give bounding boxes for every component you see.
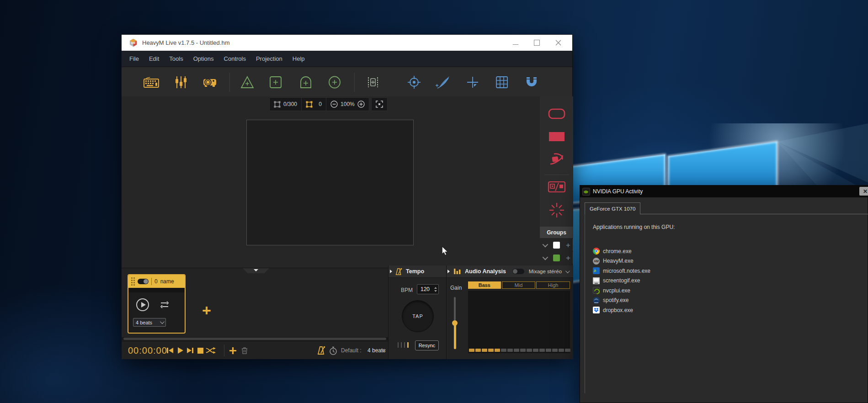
shuffle-button[interactable] [206, 345, 216, 355]
gain-slider-knob[interactable] [452, 320, 458, 326]
collapse-arrow-icon [254, 269, 258, 271]
metronome-icon [395, 268, 402, 276]
chevron-down-icon[interactable] [565, 269, 570, 273]
sequence-loop-button[interactable] [160, 301, 170, 309]
sequence-play-button[interactable] [136, 298, 149, 312]
precision-cursor-icon[interactable] [464, 74, 481, 91]
bpm-spinner[interactable]: 120 [417, 284, 439, 294]
delete-timeline-button[interactable] [240, 345, 250, 355]
app-name: HeavyM.exe [603, 258, 634, 264]
add-player-icon[interactable] [364, 74, 382, 91]
frequency-band-tabs: Bass Mid High [468, 281, 570, 289]
stop-button[interactable] [195, 345, 205, 355]
projector-output-icon[interactable] [201, 74, 218, 91]
surface-count: 0/300 [283, 101, 297, 107]
menu-controls[interactable]: Controls [219, 51, 251, 67]
plus-icon: + [566, 241, 570, 249]
menu-edit[interactable]: Edit [144, 51, 164, 67]
close-button[interactable] [555, 40, 561, 46]
mix-mode-select[interactable]: Mixage stéréo [529, 269, 562, 274]
test-pattern-icon[interactable] [405, 74, 423, 91]
sequence-card-header[interactable]: 0 name [128, 275, 185, 288]
group-expand-button[interactable] [540, 239, 549, 251]
nvidia-window-title: NVIDIA GPU Activity [593, 188, 643, 195]
bpm-value[interactable]: 120 [417, 285, 433, 294]
flash-effect-icon[interactable] [546, 203, 568, 217]
surfaces-icon [274, 101, 281, 108]
nvidia-titlebar[interactable]: NVIDIA GPU Activity ✕ [580, 186, 868, 197]
skip-forward-button[interactable] [185, 345, 195, 355]
mapping-canvas[interactable]: 0/300 0 100% [122, 96, 540, 268]
menu-projection[interactable]: Projection [251, 51, 288, 67]
group-expand-button[interactable] [540, 252, 549, 264]
add-triangle-icon[interactable] [239, 74, 256, 91]
chevron-down-icon [543, 241, 548, 247]
gpu-tab[interactable]: GeForce GTX 1070 [585, 202, 640, 214]
menu-options[interactable]: Options [188, 51, 219, 67]
stopwatch-icon[interactable] [328, 345, 338, 355]
resync-button[interactable]: Resync [415, 340, 439, 350]
magnet-snap-icon[interactable] [523, 74, 540, 91]
drag-handle-icon[interactable] [131, 277, 135, 286]
sequences-scrollbar[interactable] [122, 337, 388, 340]
maximize-button[interactable] [534, 40, 540, 46]
app-name: nvcplui.exe [603, 287, 630, 294]
add-square-icon[interactable] [267, 74, 284, 91]
zoom-out-icon[interactable] [330, 101, 338, 108]
audio-analysis-panel: Audio Analysis Mixage stéréo Gain Bass M… [446, 265, 573, 359]
audio-analysis-toggle[interactable] [512, 269, 524, 274]
sequence-progress-strip [128, 288, 185, 292]
tap-tempo-button[interactable]: TAP [402, 300, 434, 332]
minimize-button[interactable] [513, 41, 518, 45]
tab-high[interactable]: High [536, 281, 570, 289]
tab-bass[interactable]: Bass [468, 281, 501, 289]
list-item: microsoft.notes.exe [593, 266, 650, 276]
projection-surface-preview[interactable] [246, 120, 414, 245]
bpm-increase-icon[interactable] [434, 287, 437, 289]
fit-view-button[interactable] [371, 97, 388, 111]
fill-style-icon[interactable] [546, 130, 568, 143]
add-circle-icon[interactable] [326, 74, 343, 91]
panel-collapse-arrow[interactable] [390, 270, 392, 273]
play-button[interactable] [176, 345, 186, 355]
menu-file[interactable]: File [124, 51, 144, 67]
list-item: dropbox.exe [593, 305, 650, 315]
group-color-swatch[interactable] [550, 252, 563, 264]
heavym-titlebar[interactable]: HM HeavyM Live v1.7.5 - Untitled.hm [122, 35, 572, 51]
add-arch-icon[interactable] [297, 74, 314, 91]
sequences-collapse-handle[interactable] [243, 268, 269, 273]
skip-back-button[interactable] [165, 345, 175, 355]
border-style-icon[interactable] [546, 107, 568, 121]
nvidia-close-button[interactable]: ✕ [859, 187, 868, 196]
controls-faders-icon[interactable] [172, 74, 190, 91]
panel-collapse-arrow[interactable] [447, 270, 450, 273]
add-timeline-button[interactable] [228, 345, 238, 355]
sequence-card[interactable]: 0 name 4 beats [128, 274, 186, 334]
sequence-index: 0 [154, 278, 158, 285]
transitions-icon[interactable] [546, 180, 568, 194]
group-add-button[interactable]: + [564, 252, 573, 264]
bpm-decrease-icon[interactable] [434, 290, 437, 292]
add-sequence-button[interactable]: + [202, 305, 211, 316]
tempo-title: Tempo [406, 268, 424, 275]
metronome-icon[interactable] [316, 345, 326, 355]
sequence-beats-select[interactable]: 4 beats [133, 318, 166, 327]
sequence-name[interactable]: name [160, 278, 174, 285]
menu-help[interactable]: Help [288, 51, 310, 67]
gain-label: Gain [450, 285, 462, 291]
chevron-down-icon [543, 254, 548, 260]
effects-icon[interactable] [546, 153, 568, 166]
keyboard-shortcuts-icon[interactable] [143, 74, 160, 91]
group-add-button[interactable]: + [564, 239, 573, 251]
zoom-in-icon[interactable] [357, 101, 365, 108]
tab-mid[interactable]: Mid [502, 281, 536, 289]
gain-slider-fill[interactable] [454, 323, 456, 349]
window-title: HeavyM Live v1.7.5 - Untitled.hm [142, 39, 229, 46]
list-item: chrome.exe [593, 246, 650, 256]
menu-tools[interactable]: Tools [164, 51, 188, 67]
grid-icon[interactable] [493, 74, 511, 91]
sequence-active-toggle[interactable] [138, 279, 149, 284]
group-color-swatch[interactable] [550, 239, 563, 251]
freehand-draw-icon[interactable] [434, 74, 452, 91]
gain-slider-track[interactable] [454, 297, 456, 323]
